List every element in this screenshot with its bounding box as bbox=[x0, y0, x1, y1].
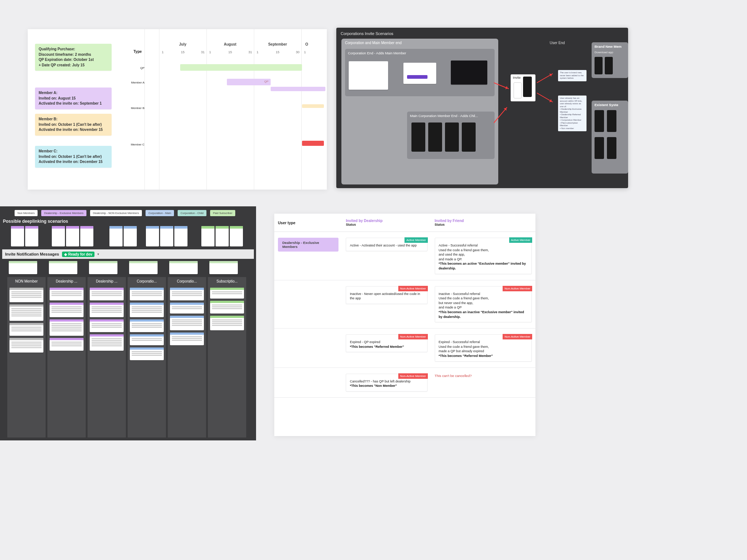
flow-existent-title: Existent Syste bbox=[592, 101, 628, 109]
gantt-bar-a2 bbox=[271, 87, 325, 91]
qp-note: Qualifying Purchase: Discount timeframe:… bbox=[35, 44, 112, 71]
status-table: User type Invited by Dealership Status I… bbox=[274, 214, 535, 398]
flow-sub-main-child: Main Corporation Member End - Adds Chil.… bbox=[407, 112, 495, 159]
gantt-panel: Qualifying Purchase: Discount timeframe:… bbox=[28, 29, 327, 190]
row-cancelled: Non-Active Member Cancelled??? - has QP … bbox=[274, 368, 535, 397]
lane-dealership-1: Dealership ... bbox=[47, 277, 86, 438]
tag-corp-main[interactable]: Corporation - Main bbox=[146, 210, 174, 216]
tag-deal-excl[interactable]: Dealership - Exclusive Members bbox=[41, 210, 86, 216]
note-existing: User already has an account within XP-In… bbox=[558, 96, 587, 131]
gantt-row-a: Member A bbox=[115, 81, 144, 84]
row-active: Dealership - Exclusive Members Active Me… bbox=[274, 232, 535, 280]
flow-group-user-title: User End bbox=[546, 39, 554, 47]
row-inactive: Non-Active Member Inactive - Never open … bbox=[274, 280, 535, 328]
arrow-invite-note2 bbox=[537, 93, 553, 102]
gantt-row-qp: QP bbox=[115, 66, 144, 70]
card-ded-inactive: Non-Active Member Inactive - Never open … bbox=[346, 286, 427, 304]
flow-group-user: User End bbox=[546, 39, 554, 47]
phone-4 bbox=[462, 122, 476, 152]
phone-1 bbox=[411, 122, 425, 152]
tag-row: Non Members Dealership - Exclusive Membe… bbox=[15, 210, 235, 216]
invite-label: Invite bbox=[513, 76, 521, 79]
lane-subscription: Subscriptio... bbox=[208, 277, 246, 438]
note-brand-new: The user is brand new, never been added … bbox=[558, 70, 587, 81]
gantt-bar-c bbox=[302, 141, 324, 146]
tag-paid-sub[interactable]: Paid Subscriber bbox=[210, 210, 235, 216]
status-badge[interactable]: ◆Ready for dev bbox=[62, 252, 94, 257]
flow-brand-new-title: Brand New Mem bbox=[592, 42, 628, 51]
tag-non-members[interactable]: Non Members bbox=[15, 210, 38, 216]
card-ded-active: Active Member Active - Activated their a… bbox=[346, 238, 427, 251]
th-user: User type bbox=[274, 214, 342, 232]
card-fri-inactive: Non-Active Member Inactive - Successful … bbox=[435, 286, 532, 323]
status-panel: User type Invited by Dealership Status I… bbox=[274, 214, 535, 436]
chevron-down-icon[interactable]: ▾ bbox=[97, 252, 99, 256]
flow-group-corp-title: Corporation and Main Member end bbox=[341, 39, 498, 47]
gantt-type-header: Type bbox=[133, 50, 142, 54]
th-friend: Invited by Friend Status bbox=[431, 214, 535, 232]
flow-sub-corp-main-title: Corporation End - Adds Main Member bbox=[345, 49, 495, 57]
user-chip: Dealership - Exclusive Members bbox=[278, 238, 338, 252]
thumb-hero bbox=[451, 61, 487, 85]
dark-panel: Non Members Dealership - Exclusive Membe… bbox=[0, 206, 256, 440]
row-expired: Non-Active Member Expired - QP expired *… bbox=[274, 328, 535, 368]
flow-sub-corp-main: Corporation End - Adds Main Member bbox=[345, 49, 495, 96]
flow-download-label: Download app bbox=[592, 51, 628, 54]
th-dealership: Invited by Dealership Status bbox=[342, 214, 431, 232]
gantt-row-c: Member C bbox=[115, 143, 144, 146]
arrow-invite-note1 bbox=[537, 73, 553, 83]
gantt-month-oct-cut: O bbox=[301, 42, 312, 46]
deeplinking-title: Possible deeplinking scenarios bbox=[3, 219, 68, 224]
thumb-modal bbox=[403, 63, 436, 84]
fri-cancelled-text: This can't be cancelled? bbox=[435, 374, 532, 378]
lane-corporation-2: Corporatio... bbox=[168, 277, 206, 438]
flow-sub-main-child-title: Main Corporation Member End - Adds Chil.… bbox=[407, 112, 495, 120]
member-c-note: Member C: Invited on: October 1 (Can't b… bbox=[35, 146, 112, 168]
gantt-timeline: July August September O 1 15 31 1 15 31 … bbox=[144, 29, 327, 190]
thumb-spreadsheet bbox=[349, 61, 388, 90]
gantt-bar-b bbox=[302, 104, 324, 108]
tag-corp-child[interactable]: Corporation - Child bbox=[178, 210, 206, 216]
flow-panel: Corporations Invite Scenarios Corporatio… bbox=[336, 28, 628, 188]
flow-title: Corporations Invite Scenarios bbox=[336, 28, 628, 39]
flow-group-corp: Corporation and Main Member end Corporat… bbox=[341, 39, 498, 184]
flow-brand-new: Brand New Mem Download app bbox=[592, 42, 628, 78]
gantt-month-july: July bbox=[159, 42, 206, 46]
lane-corporation-1: Corporatio... bbox=[128, 277, 166, 438]
lane-dealership-2: Dealership ... bbox=[88, 277, 126, 438]
toolbar: Invite Notification Messages ◆Ready for … bbox=[2, 249, 254, 259]
invite-title: Invite Notification Messages bbox=[5, 252, 59, 256]
tag-deal-nonexcl[interactable]: Dealership - NON Exclusive Members bbox=[90, 210, 142, 216]
card-ded-expired: Non-Active Member Expired - QP expired *… bbox=[346, 334, 427, 352]
gantt-month-sep: September bbox=[254, 42, 301, 46]
phone-3 bbox=[445, 122, 459, 152]
phone-2 bbox=[428, 122, 442, 152]
gantt-qp-tag: QP bbox=[264, 80, 268, 83]
invite-card: Invite bbox=[511, 74, 535, 101]
flow-existent: Existent Syste bbox=[592, 101, 628, 174]
card-fri-expired: Non-Active Member Expired - Successful r… bbox=[435, 334, 532, 361]
gantt-row-b: Member B bbox=[115, 106, 144, 110]
lane-non-member: NON Member bbox=[7, 277, 46, 438]
badge-active: Active Member bbox=[405, 237, 427, 243]
gantt-month-aug: August bbox=[206, 42, 254, 46]
gantt-bar-a1: QP bbox=[227, 79, 271, 85]
badge-nonactive: Non-Active Member bbox=[398, 286, 428, 291]
gantt-bar-qp bbox=[180, 64, 302, 71]
member-b-note: Member B: Invited on: October 1 (Can't b… bbox=[35, 114, 112, 136]
card-ded-cancelled: Non-Active Member Cancelled??? - has QP … bbox=[346, 374, 427, 392]
member-a-note: Member A: Invited on: August 15 Activate… bbox=[35, 88, 112, 109]
card-fri-active: Active Member Active - Successful referr… bbox=[435, 238, 532, 274]
